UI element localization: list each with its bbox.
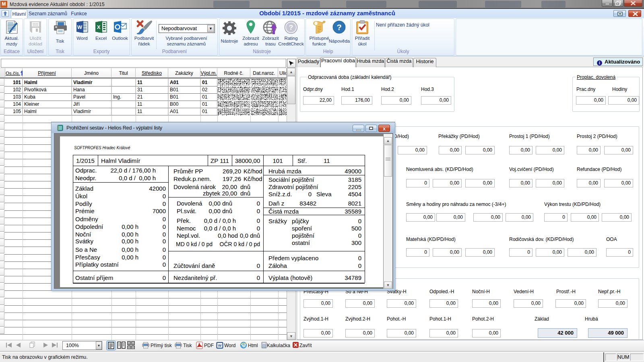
svg-text:X: X	[97, 24, 101, 30]
svg-text:W: W	[77, 24, 83, 30]
svg-text:?: ?	[336, 23, 341, 32]
svg-text:W: W	[218, 343, 222, 348]
svg-text:?: ?	[289, 24, 293, 31]
